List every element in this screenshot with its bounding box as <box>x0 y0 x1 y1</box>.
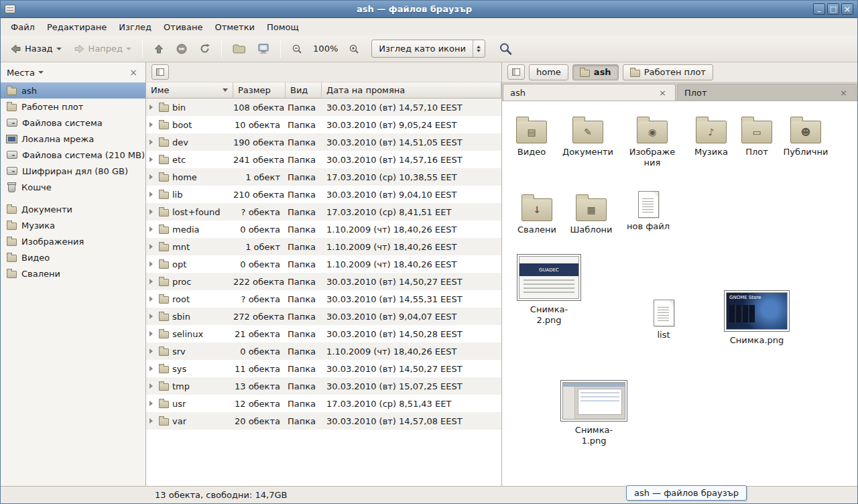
menu-item[interactable]: Отиване <box>158 20 208 34</box>
table-row[interactable]: media 0 обекта Папка 1.10.2009 (чт) 18,4… <box>146 220 501 238</box>
back-button[interactable]: Назад <box>5 40 67 58</box>
menu-item[interactable]: Файл <box>5 20 41 34</box>
sidebar-item-trash[interactable]: Кошче <box>1 179 145 195</box>
table-row[interactable]: usr 12 обекта Папка 17.03.2010 (ср) 8,51… <box>146 395 501 412</box>
expander-icon[interactable] <box>149 244 156 249</box>
forward-button[interactable]: Напред <box>68 40 137 58</box>
table-row[interactable]: dev 190 обекта Папка 30.03.2010 (вт) 14,… <box>146 133 501 151</box>
sidebar-close-icon[interactable]: × <box>127 67 139 78</box>
table-row[interactable]: proc 222 обекта Папка 30.03.2010 (вт) 14… <box>146 273 501 290</box>
reload-button[interactable] <box>194 39 216 58</box>
table-row[interactable]: lost+found ? обекта Папка 17.03.2010 (ср… <box>146 203 501 220</box>
tab-ash[interactable]: ash <box>503 84 676 101</box>
path-button-ash[interactable]: ash <box>572 64 619 80</box>
titlebar[interactable]: ash — файлов браузър <box>1 1 857 18</box>
stop-button[interactable] <box>171 40 192 58</box>
menu-item[interactable]: Редактиране <box>41 20 113 34</box>
expander-icon[interactable] <box>149 383 156 389</box>
expander-icon[interactable] <box>149 139 156 145</box>
close-button[interactable] <box>841 3 853 15</box>
table-row[interactable]: etc 241 обекта Папка 30.03.2010 (вт) 14,… <box>146 151 501 168</box>
table-row[interactable]: selinux 21 обекта Папка 30.03.2010 (вт) … <box>146 325 501 342</box>
column-header-size[interactable]: Размер <box>233 82 286 99</box>
column-header-date[interactable]: Дата на промяна <box>322 82 501 99</box>
expander-icon[interactable] <box>149 122 156 127</box>
sidebar-item-downloads[interactable]: Свалени <box>1 265 145 281</box>
home-button[interactable] <box>227 40 251 58</box>
zoom-in-button[interactable] <box>343 40 365 58</box>
expander-icon[interactable] <box>149 418 156 424</box>
table-row[interactable]: tmp 13 обекта Папка 30.03.2010 (вт) 15,0… <box>146 377 501 395</box>
sidebar-item-filesystem-210mb[interactable]: Файлова система (210 MB) <box>1 147 145 163</box>
up-button[interactable] <box>148 40 170 58</box>
computer-button[interactable] <box>252 40 275 58</box>
table-row[interactable]: var 20 обекта Папка 30.03.2010 (вт) 14,5… <box>146 412 501 430</box>
tab-close-icon[interactable] <box>657 88 668 98</box>
icon-item-snimka[interactable]: GNOME Store Снимка.png <box>723 290 790 346</box>
location-toggle-button[interactable] <box>507 64 525 80</box>
sidebar-item-ash[interactable]: ash <box>1 82 145 99</box>
sidebar-item-music[interactable]: Музика <box>1 217 145 233</box>
sidebar-item-filesystem[interactable]: Файлова система <box>1 115 145 131</box>
icon-item-desktop[interactable]: Плот <box>733 115 780 158</box>
table-row[interactable]: bin 108 обекта Папка 30.03.2010 (вт) 14,… <box>146 99 501 116</box>
expander-icon[interactable] <box>149 174 156 180</box>
expander-icon[interactable] <box>149 261 156 267</box>
view-mode-select[interactable]: Изглед като икони <box>371 40 485 58</box>
expander-icon[interactable] <box>149 192 156 197</box>
table-row[interactable]: root ? обекта Папка 30.03.2010 (вт) 14,5… <box>146 290 501 308</box>
location-toggle-button[interactable] <box>151 64 169 80</box>
icon-item-images[interactable]: Изображения <box>625 115 679 168</box>
column-header-type[interactable]: Вид <box>286 82 322 99</box>
icon-item-snimka-1[interactable]: Снимка-1.png <box>560 380 627 446</box>
icon-view[interactable]: Видео Документи Изображения Музика Плот <box>502 101 857 486</box>
column-header-name[interactable]: Име <box>146 82 233 99</box>
menu-item[interactable]: Изглед <box>113 20 158 34</box>
icon-item-public[interactable]: Публични <box>779 115 833 158</box>
sidebar-title[interactable]: Места <box>7 68 35 78</box>
expander-icon[interactable] <box>149 314 156 319</box>
expander-icon[interactable] <box>149 157 156 162</box>
table-row[interactable]: mnt 1 обект Папка 1.10.2009 (чт) 18,40,2… <box>146 238 501 255</box>
table-row[interactable]: boot 10 обекта Папка 30.03.2010 (вт) 9,0… <box>146 116 501 133</box>
tab-close-icon[interactable] <box>838 88 849 98</box>
expander-icon[interactable] <box>149 227 156 232</box>
icon-item-new-file[interactable]: нов файл <box>621 191 675 232</box>
sidebar-item-video[interactable]: Видео <box>1 249 145 265</box>
path-button-desktop[interactable]: Работен плот <box>623 64 713 80</box>
expander-icon[interactable] <box>149 279 156 284</box>
icon-item-downloads[interactable]: Свалени <box>510 192 564 235</box>
table-row[interactable]: lib 210 обекта Папка 30.03.2010 (вт) 9,0… <box>146 186 501 203</box>
expander-icon[interactable] <box>149 401 156 406</box>
sidebar-mode-caret-icon[interactable] <box>38 71 44 76</box>
expander-icon[interactable] <box>149 105 156 110</box>
sidebar-item-images[interactable]: Изображения <box>1 233 145 249</box>
expander-icon[interactable] <box>149 296 156 302</box>
table-row[interactable]: sys 11 обекта Папка 30.03.2010 (вт) 14,5… <box>146 360 501 377</box>
menu-item[interactable]: Отметки <box>208 20 260 34</box>
expander-icon[interactable] <box>149 366 156 371</box>
menu-item[interactable]: Помощ <box>261 20 305 34</box>
icon-item-snimka-2[interactable]: GUADEC Снимка-2.png <box>515 254 583 325</box>
expander-icon[interactable] <box>149 209 156 214</box>
sidebar-item-documents[interactable]: Документи <box>1 201 145 217</box>
minimize-button[interactable] <box>813 3 825 15</box>
sidebar-item-encrypted-partition[interactable]: Шифриран дял (80 GB) <box>1 163 145 179</box>
sidebar-item-local-network[interactable]: Локална мрежа <box>1 131 145 147</box>
table-row[interactable]: srv 0 обекта Папка 1.10.2009 (чт) 18,40,… <box>146 342 501 360</box>
tab-desktop[interactable]: Плот <box>677 84 857 101</box>
icon-item-video[interactable]: Видео <box>505 115 558 158</box>
expander-icon[interactable] <box>149 331 156 336</box>
table-row[interactable]: home 1 обект Папка 17.03.2010 (ср) 10,38… <box>146 168 501 186</box>
icon-item-list-file[interactable]: list <box>637 300 690 340</box>
expander-icon[interactable] <box>149 349 156 354</box>
table-row[interactable]: opt 0 обекта Папка 1.10.2009 (чт) 18,40,… <box>146 255 501 273</box>
sidebar-item-desktop[interactable]: Работен плот <box>1 99 145 115</box>
table-row[interactable]: sbin 272 обекта Папка 30.03.2010 (вт) 9,… <box>146 308 501 325</box>
zoom-out-button[interactable] <box>286 40 308 58</box>
path-button-home[interactable]: home <box>529 64 568 80</box>
icon-item-music[interactable]: Музика <box>684 115 738 158</box>
search-button[interactable] <box>493 38 518 60</box>
icon-item-templates[interactable]: Шаблони <box>564 192 618 235</box>
icon-item-documents[interactable]: Документи <box>560 115 616 158</box>
